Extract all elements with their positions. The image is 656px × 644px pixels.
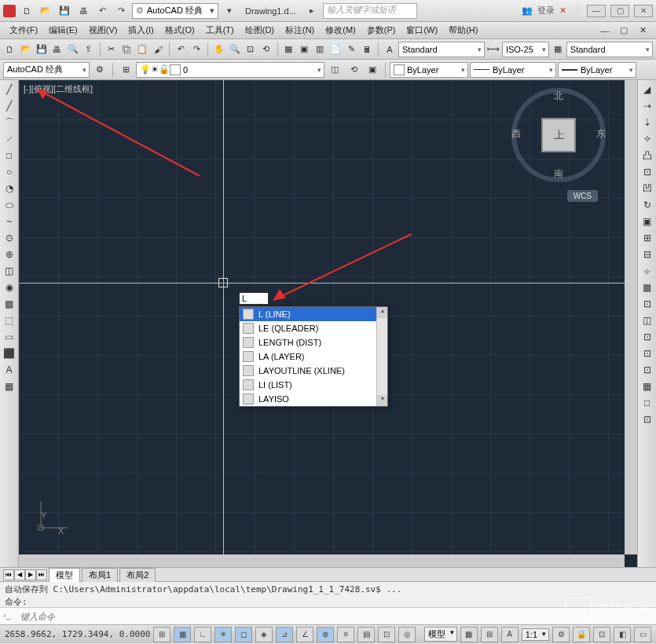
qat-save-icon[interactable]: 💾 — [57, 3, 72, 19]
canvas-vscrollbar[interactable] — [625, 80, 637, 554]
drawing-canvas[interactable]: [-][俯视][二维线框] 上 北 南 西 东 WCS L (LINE) LE … — [19, 80, 637, 567]
menu-view[interactable]: 视图(V) — [84, 23, 123, 38]
qat-more-icon[interactable]: ▾ — [222, 3, 237, 19]
hatchedit-icon[interactable]: ▦ — [640, 379, 655, 394]
tab-layout2[interactable]: 布局2 — [119, 568, 156, 582]
autocomplete-scrollbar[interactable]: ▴▾ — [376, 307, 387, 406]
workspace-dropdown-2[interactable]: AutoCAD 经典 — [3, 62, 90, 78]
zoom-icon[interactable]: 🔍 — [228, 41, 242, 58]
edit-icon[interactable]: ⊡ — [640, 362, 655, 378]
qat-new-icon[interactable]: 🗋 — [19, 3, 35, 19]
title-search-icon[interactable]: ▸ — [304, 3, 320, 19]
login-link[interactable]: 登录 — [537, 5, 555, 16]
zoomwin-icon[interactable]: ⊡ — [244, 41, 258, 58]
markup-icon[interactable]: ✎ — [344, 41, 358, 58]
tab-nav-first[interactable]: ⏮ — [3, 569, 14, 580]
match-icon[interactable]: 🖌 — [151, 41, 165, 58]
offset-icon[interactable]: ✧ — [640, 131, 655, 147]
lwt-toggle[interactable]: ≡ — [337, 627, 354, 642]
menu-file[interactable]: 文件(F) — [5, 23, 42, 38]
rotate-icon[interactable]: 凹 — [640, 181, 655, 196]
qat-redo-icon[interactable]: ↷ — [113, 3, 129, 19]
table-icon[interactable]: ▦ — [551, 41, 565, 58]
autocomplete-item[interactable]: LAYISO — [240, 392, 387, 406]
tpy-toggle[interactable]: ▤ — [357, 627, 375, 642]
props-icon[interactable]: ▦ — [281, 41, 295, 58]
addselect-icon[interactable]: ▦ — [2, 379, 17, 394]
annoscale-icon[interactable]: A — [383, 41, 397, 58]
line-icon[interactable]: ╱ — [2, 82, 17, 97]
qp-toggle[interactable]: ⊡ — [378, 627, 395, 642]
pan-icon[interactable]: ✋ — [212, 41, 226, 58]
viewcube-west[interactable]: 西 — [508, 127, 524, 141]
status-model-dd[interactable]: 模型 — [424, 627, 457, 642]
open-icon[interactable]: 📂 — [19, 41, 33, 58]
status-grid-icon[interactable]: ▦ — [460, 627, 478, 642]
command-input[interactable] — [19, 610, 653, 623]
toolpal-icon[interactable]: ▥ — [313, 41, 327, 58]
menu-insert[interactable]: 插入(I) — [123, 23, 158, 38]
print-icon[interactable]: 🖶 — [50, 41, 64, 58]
menu-draw[interactable]: 绘图(D) — [240, 23, 279, 38]
calc-icon[interactable]: 🖩 — [360, 41, 374, 58]
status-anno-icon[interactable]: A — [501, 627, 519, 642]
layer-state-icon[interactable]: ▣ — [364, 61, 381, 79]
menu-edit[interactable]: 编辑(E) — [44, 23, 82, 38]
wcs-badge[interactable]: WCS — [567, 190, 598, 202]
qat-open-icon[interactable]: 📂 — [38, 3, 53, 19]
view-cube[interactable]: 上 北 南 西 东 — [511, 88, 606, 182]
select-icon[interactable]: □ — [640, 395, 655, 411]
ws-settings-icon[interactable]: ⚙ — [91, 61, 108, 79]
extend-icon[interactable]: ⊟ — [640, 247, 655, 262]
break-icon[interactable]: ⟐ — [640, 263, 655, 279]
autocomplete-item[interactable]: LE (QLEADER) — [240, 321, 387, 335]
menu-dim[interactable]: 标注(N) — [280, 23, 319, 38]
status-ws-icon[interactable]: ⚙ — [552, 627, 570, 642]
viewcube-south[interactable]: 南 — [551, 167, 566, 181]
dynamic-input[interactable] — [239, 292, 269, 305]
point-icon[interactable]: ⊕ — [2, 247, 17, 262]
menu-modify[interactable]: 修改(M) — [321, 23, 361, 38]
tab-nav-last[interactable]: ⏭ — [36, 569, 47, 580]
join-icon[interactable]: ▦ — [640, 280, 655, 295]
grid-toggle[interactable]: ▦ — [174, 627, 191, 642]
trim-icon[interactable]: ⊞ — [640, 230, 655, 246]
tablestyle-dropdown[interactable]: Standard — [566, 42, 653, 57]
tab-layout1[interactable]: 布局1 — [82, 568, 118, 582]
menu-format[interactable]: 格式(O) — [160, 23, 200, 38]
copy2-icon[interactable]: ⇢ — [640, 98, 655, 114]
explode-icon[interactable]: ⊡ — [640, 329, 655, 345]
layerprops-icon[interactable]: ⊞ — [117, 61, 134, 79]
preview-icon[interactable]: 🔍 — [66, 41, 80, 58]
ducs-toggle[interactable]: ∠ — [296, 627, 313, 642]
save-icon[interactable]: 💾 — [35, 41, 49, 58]
status-lock-icon[interactable]: 🔒 — [573, 627, 590, 642]
table-draw-icon[interactable]: ▭ — [2, 329, 17, 345]
undo-icon[interactable]: ↶ — [174, 41, 188, 58]
cut-icon[interactable]: ✂ — [104, 41, 119, 58]
canvas-hscrollbar[interactable] — [19, 554, 625, 567]
minimize-button[interactable]: — — [587, 5, 606, 17]
group-icon[interactable]: ⊡ — [640, 412, 655, 427]
polygon-icon[interactable]: ⟋ — [2, 131, 17, 147]
autocomplete-item[interactable]: L (LINE) — [240, 307, 387, 321]
lineweight-dropdown[interactable]: ByLayer — [558, 62, 636, 78]
draworder-icon[interactable]: ⊡ — [640, 346, 655, 361]
fillet-icon[interactable]: ◫ — [640, 313, 655, 328]
arc-icon[interactable]: ◔ — [2, 181, 17, 196]
region-icon[interactable]: ⬚ — [2, 313, 17, 328]
hatch-icon[interactable]: ◉ — [2, 280, 17, 295]
ellipse-icon[interactable]: ⬭ — [2, 197, 17, 213]
status-clean-icon[interactable]: ▭ — [634, 627, 651, 642]
autocomplete-item[interactable]: LI (LIST) — [240, 378, 387, 392]
spline-icon[interactable]: ~ — [2, 214, 17, 229]
maximize-button[interactable]: ▢ — [610, 5, 629, 17]
chamfer-icon[interactable]: ⊡ — [640, 296, 655, 312]
viewcube-east[interactable]: 东 — [593, 127, 609, 141]
sc-toggle[interactable]: ◎ — [398, 627, 416, 642]
linetype-dropdown[interactable]: ByLayer — [470, 62, 556, 78]
xline-icon[interactable]: ╱ — [2, 98, 17, 114]
zoomprev-icon[interactable]: ⟲ — [259, 41, 273, 58]
mdi-min-icon[interactable]: — — [596, 22, 614, 39]
otrack-toggle[interactable]: ⊿ — [276, 627, 293, 642]
